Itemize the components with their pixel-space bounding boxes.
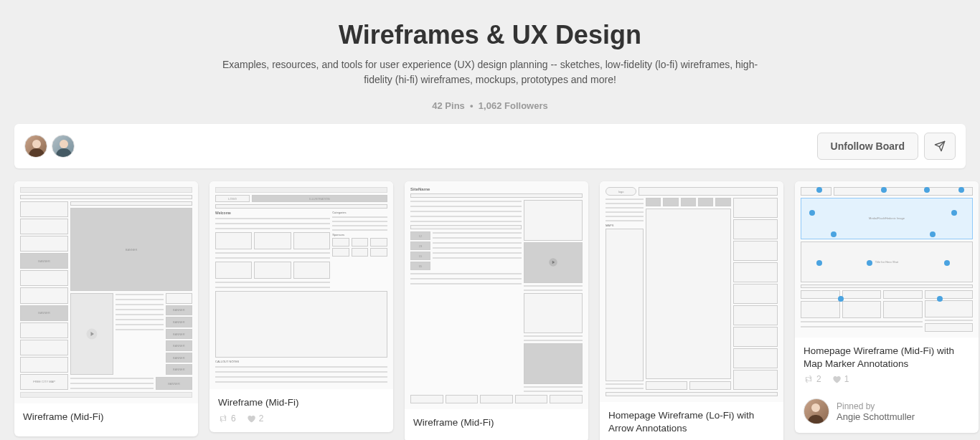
pin-stats: 6 2 <box>218 413 385 424</box>
pin-title: Wireframe (Mid-Fi) <box>218 396 385 409</box>
like-stat: 1 <box>831 374 849 384</box>
avatar[interactable] <box>24 135 47 158</box>
pins-count: 42 <box>432 100 442 111</box>
pin-image: LOGOILLUSTRATION Welcome Categories <box>209 181 393 389</box>
pin-meta: Homepage Wireframe (Lo-Fi) with Arrow An… <box>600 402 783 440</box>
pin-image: Media/Flash/Hedonic Image Title for Hero… <box>795 181 979 338</box>
board-description: Examples, resources, and tools for user … <box>217 57 763 87</box>
like-count: 2 <box>259 413 264 424</box>
like-count: 1 <box>844 374 849 384</box>
followers-count: 1,062 <box>479 100 502 111</box>
repin-count: 6 <box>231 413 236 424</box>
heart-icon <box>831 374 842 384</box>
pin-card[interactable]: Media/Flash/Hedonic Image Title for Hero… <box>795 181 979 433</box>
pins-label: Pins <box>445 100 464 111</box>
pin-title: Homepage Wireframe (Mid-Fi) with Map Mar… <box>804 345 970 370</box>
repin-stat: 2 <box>804 374 821 384</box>
pin-meta: Wireframe (Mid-Fi) <box>405 409 588 440</box>
pinner-name: Angie Schottmuller <box>837 411 915 422</box>
followers-label: Followers <box>504 100 548 111</box>
contributor-avatars <box>24 135 75 158</box>
action-buttons: Unfollow Board <box>817 133 956 160</box>
board-title: Wireframes & UX Design <box>14 20 966 50</box>
pin-meta: Wireframe (Mid-Fi) 6 2 <box>209 389 393 432</box>
pin-title: Wireframe (Mid-Fi) <box>23 411 189 424</box>
pin-meta: Wireframe (Mid-Fi) <box>14 403 198 436</box>
pin-card[interactable]: BANNER BANNER FREE CITY MAP BANNER <box>14 181 198 436</box>
repin-icon <box>804 374 814 384</box>
pin-meta: Homepage Wireframe (Mid-Fi) with Map Mar… <box>795 338 979 393</box>
board-header: Wireframes & UX Design Examples, resourc… <box>0 0 980 124</box>
repin-icon <box>218 413 228 424</box>
pins-grid: BANNER BANNER FREE CITY MAP BANNER <box>0 181 980 440</box>
pinned-by[interactable]: Pinned by Angie Schottmuller <box>795 393 979 433</box>
pin-image: BANNER BANNER FREE CITY MAP BANNER <box>14 181 198 403</box>
pin-image: SiteName 12231505 <box>405 181 588 409</box>
heart-icon <box>246 413 256 424</box>
send-button[interactable] <box>924 133 956 160</box>
unfollow-button[interactable]: Unfollow Board <box>817 133 918 160</box>
stats-separator: • <box>470 100 473 111</box>
pin-card[interactable]: SiteName 12231505 <box>405 181 588 440</box>
repin-count: 2 <box>816 374 821 384</box>
pinner-avatar <box>804 398 829 424</box>
paper-plane-icon <box>933 140 946 152</box>
pinned-by-label: Pinned by <box>837 401 915 411</box>
pin-card[interactable]: logo MAPS <box>600 181 783 440</box>
avatar[interactable] <box>52 135 75 158</box>
pin-stats: 2 1 <box>804 374 970 384</box>
repin-stat: 6 <box>218 413 236 424</box>
like-stat: 2 <box>246 413 264 424</box>
action-bar: Unfollow Board <box>14 124 966 168</box>
pin-title: Homepage Wireframe (Lo-Fi) with Arrow An… <box>608 409 775 434</box>
board-stats: 42 Pins • 1,062 Followers <box>14 100 966 111</box>
pin-title: Wireframe (Mid-Fi) <box>413 416 580 429</box>
pin-card[interactable]: LOGOILLUSTRATION Welcome Categories <box>209 181 393 432</box>
pin-image: logo MAPS <box>600 181 783 402</box>
